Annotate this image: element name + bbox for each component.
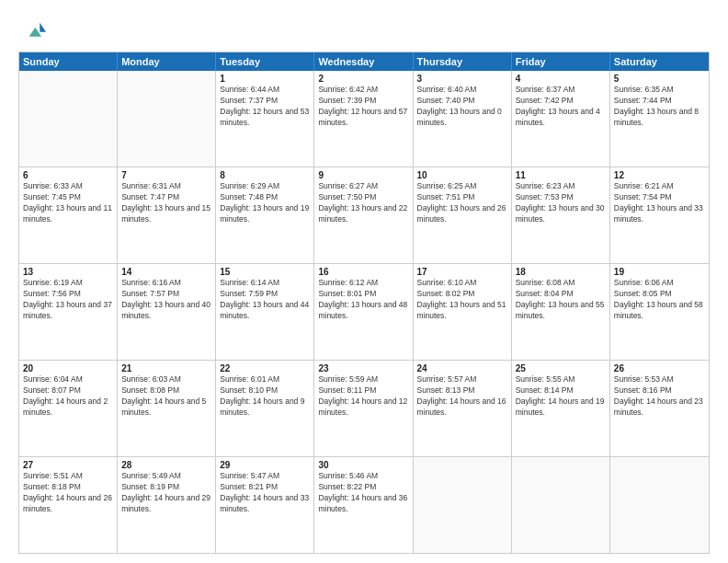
day-cell-28: 28Sunrise: 5:49 AMSunset: 8:19 PMDayligh…: [118, 457, 216, 553]
day-info: Sunrise: 6:19 AMSunset: 7:56 PMDaylight:…: [23, 278, 113, 322]
day-info: Sunrise: 6:29 AMSunset: 7:48 PMDaylight:…: [220, 181, 310, 225]
day-cell-21: 21Sunrise: 6:03 AMSunset: 8:08 PMDayligh…: [118, 361, 216, 456]
day-info: Sunrise: 5:46 AMSunset: 8:22 PMDaylight:…: [318, 471, 408, 515]
day-info: Sunrise: 6:27 AMSunset: 7:50 PMDaylight:…: [318, 181, 408, 225]
day-number: 26: [614, 363, 705, 373]
day-cell-7: 7Sunrise: 6:31 AMSunset: 7:47 PMDaylight…: [118, 167, 216, 263]
day-number: 14: [121, 267, 211, 277]
day-number: 25: [516, 363, 606, 373]
day-info: Sunrise: 6:01 AMSunset: 8:10 PMDaylight:…: [220, 374, 310, 419]
day-cell-25: 25Sunrise: 5:55 AMSunset: 8:14 PMDayligh…: [512, 361, 610, 456]
day-info: Sunrise: 6:37 AMSunset: 7:42 PMDaylight:…: [516, 85, 606, 129]
day-number: 30: [318, 460, 408, 470]
calendar-body: 1Sunrise: 6:44 AMSunset: 7:37 PMDaylight…: [19, 71, 709, 553]
empty-cell: [512, 457, 610, 553]
day-cell-11: 11Sunrise: 6:23 AMSunset: 7:53 PMDayligh…: [512, 167, 610, 263]
day-number: 13: [23, 267, 113, 277]
day-number: 20: [23, 363, 113, 373]
day-number: 27: [23, 460, 113, 470]
empty-cell: [19, 71, 118, 167]
calendar-row-4: 20Sunrise: 6:04 AMSunset: 8:07 PMDayligh…: [19, 361, 709, 457]
day-number: 3: [417, 74, 507, 84]
header-day-friday: Friday: [512, 52, 610, 71]
day-cell-24: 24Sunrise: 5:57 AMSunset: 8:13 PMDayligh…: [414, 361, 512, 456]
day-number: 4: [516, 74, 606, 84]
day-cell-15: 15Sunrise: 6:14 AMSunset: 7:59 PMDayligh…: [216, 264, 314, 360]
day-cell-23: 23Sunrise: 5:59 AMSunset: 8:11 PMDayligh…: [314, 361, 413, 456]
day-info: Sunrise: 6:42 AMSunset: 7:39 PMDaylight:…: [318, 85, 408, 129]
calendar-row-2: 6Sunrise: 6:33 AMSunset: 7:45 PMDaylight…: [19, 167, 709, 264]
day-cell-9: 9Sunrise: 6:27 AMSunset: 7:50 PMDaylight…: [314, 167, 413, 263]
page-header: [18, 17, 710, 44]
day-cell-4: 4Sunrise: 6:37 AMSunset: 7:42 PMDaylight…: [512, 71, 610, 167]
day-info: Sunrise: 5:49 AMSunset: 8:19 PMDaylight:…: [121, 471, 211, 515]
calendar-row-1: 1Sunrise: 6:44 AMSunset: 7:37 PMDaylight…: [19, 71, 709, 167]
day-number: 21: [121, 363, 211, 373]
day-number: 15: [220, 267, 310, 277]
day-cell-30: 30Sunrise: 5:46 AMSunset: 8:22 PMDayligh…: [314, 457, 413, 553]
day-number: 10: [417, 170, 507, 180]
day-info: Sunrise: 6:16 AMSunset: 7:57 PMDaylight:…: [121, 278, 211, 322]
day-number: 18: [516, 267, 606, 277]
svg-marker-0: [40, 23, 46, 32]
header-day-tuesday: Tuesday: [216, 52, 314, 71]
day-number: 1: [220, 74, 310, 84]
day-info: Sunrise: 6:44 AMSunset: 7:37 PMDaylight:…: [220, 85, 310, 129]
calendar-header: SundayMondayTuesdayWednesdayThursdayFrid…: [19, 52, 709, 71]
header-day-saturday: Saturday: [610, 52, 709, 71]
day-cell-16: 16Sunrise: 6:12 AMSunset: 8:01 PMDayligh…: [314, 264, 413, 360]
day-info: Sunrise: 6:31 AMSunset: 7:47 PMDaylight:…: [121, 181, 211, 225]
svg-marker-1: [29, 28, 41, 37]
day-cell-8: 8Sunrise: 6:29 AMSunset: 7:48 PMDaylight…: [216, 167, 314, 263]
logo: [18, 17, 50, 44]
day-info: Sunrise: 6:21 AMSunset: 7:54 PMDaylight:…: [614, 181, 705, 225]
day-number: 23: [318, 363, 408, 373]
day-cell-19: 19Sunrise: 6:06 AMSunset: 8:05 PMDayligh…: [610, 264, 709, 360]
header-day-wednesday: Wednesday: [314, 52, 413, 71]
day-info: Sunrise: 5:59 AMSunset: 8:11 PMDaylight:…: [318, 374, 408, 419]
day-cell-27: 27Sunrise: 5:51 AMSunset: 8:18 PMDayligh…: [19, 457, 118, 553]
day-info: Sunrise: 6:10 AMSunset: 8:02 PMDaylight:…: [417, 278, 507, 322]
day-number: 6: [23, 170, 113, 180]
day-number: 19: [614, 267, 705, 277]
day-number: 24: [417, 363, 507, 373]
day-cell-3: 3Sunrise: 6:40 AMSunset: 7:40 PMDaylight…: [414, 71, 512, 167]
day-cell-17: 17Sunrise: 6:10 AMSunset: 8:02 PMDayligh…: [414, 264, 512, 360]
header-day-monday: Monday: [118, 52, 216, 71]
day-cell-20: 20Sunrise: 6:04 AMSunset: 8:07 PMDayligh…: [19, 361, 118, 456]
day-number: 8: [220, 170, 310, 180]
header-day-thursday: Thursday: [414, 52, 512, 71]
day-number: 22: [220, 363, 310, 373]
header-day-sunday: Sunday: [19, 52, 118, 71]
day-number: 11: [516, 170, 606, 180]
day-info: Sunrise: 6:03 AMSunset: 8:08 PMDaylight:…: [121, 374, 211, 419]
day-info: Sunrise: 6:12 AMSunset: 8:01 PMDaylight:…: [318, 278, 408, 322]
calendar-row-5: 27Sunrise: 5:51 AMSunset: 8:18 PMDayligh…: [19, 457, 709, 553]
empty-cell: [414, 457, 512, 553]
day-info: Sunrise: 6:08 AMSunset: 8:04 PMDaylight:…: [516, 278, 606, 322]
day-cell-18: 18Sunrise: 6:08 AMSunset: 8:04 PMDayligh…: [512, 264, 610, 360]
day-info: Sunrise: 5:55 AMSunset: 8:14 PMDaylight:…: [516, 374, 606, 419]
day-info: Sunrise: 6:35 AMSunset: 7:44 PMDaylight:…: [614, 85, 705, 129]
day-cell-6: 6Sunrise: 6:33 AMSunset: 7:45 PMDaylight…: [19, 167, 118, 263]
day-cell-22: 22Sunrise: 6:01 AMSunset: 8:10 PMDayligh…: [216, 361, 314, 456]
day-info: Sunrise: 5:53 AMSunset: 8:16 PMDaylight:…: [614, 374, 705, 419]
day-cell-10: 10Sunrise: 6:25 AMSunset: 7:51 PMDayligh…: [414, 167, 512, 263]
day-info: Sunrise: 6:14 AMSunset: 7:59 PMDaylight:…: [220, 278, 310, 322]
day-number: 5: [614, 74, 705, 84]
day-number: 9: [318, 170, 408, 180]
day-number: 7: [121, 170, 211, 180]
day-info: Sunrise: 5:51 AMSunset: 8:18 PMDaylight:…: [23, 471, 113, 515]
day-info: Sunrise: 5:47 AMSunset: 8:21 PMDaylight:…: [220, 471, 310, 515]
day-cell-12: 12Sunrise: 6:21 AMSunset: 7:54 PMDayligh…: [610, 167, 709, 263]
day-number: 12: [614, 170, 705, 180]
day-info: Sunrise: 6:23 AMSunset: 7:53 PMDaylight:…: [516, 181, 606, 225]
day-number: 17: [417, 267, 507, 277]
day-cell-29: 29Sunrise: 5:47 AMSunset: 8:21 PMDayligh…: [216, 457, 314, 553]
empty-cell: [610, 457, 709, 553]
empty-cell: [118, 71, 216, 167]
day-info: Sunrise: 6:40 AMSunset: 7:40 PMDaylight:…: [417, 85, 507, 129]
day-info: Sunrise: 6:04 AMSunset: 8:07 PMDaylight:…: [23, 374, 113, 419]
day-cell-1: 1Sunrise: 6:44 AMSunset: 7:37 PMDaylight…: [216, 71, 314, 167]
day-info: Sunrise: 6:25 AMSunset: 7:51 PMDaylight:…: [417, 181, 507, 225]
